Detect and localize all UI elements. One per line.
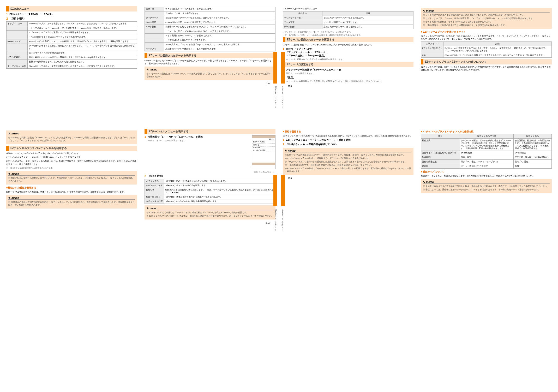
page-number: 156 xyxy=(283,85,414,87)
body-compat-1: 本製品（T002）はEZチャンネルプラスおよびEZチャンネルに対応しています。 xyxy=(6,152,137,155)
memo-title: memo xyxy=(8,197,135,200)
table-connect: 表示アイコン説明 Eアイコン付きサイトEメニューから直接アクセスできるサイトです… xyxy=(421,41,552,58)
body-ez-server: EZサーバへ登録したEZwebのブックマークやお気に入りデータを、一覧で表示でき… xyxy=(145,59,275,65)
step-1-text: EZwebメニュー（▶P.148）→「EZweb」 xyxy=(9,13,137,16)
memo-block: memo EZチャンネルの番組登録にはパケット通信料がかかります。登録後、最初の… xyxy=(283,148,414,175)
step-change-1: au one トップ（▶P.149） xyxy=(286,47,414,51)
step-disp-2: 「設定」 xyxy=(286,76,414,79)
section-heading-change: EZサーバに登録されたデータを変更する xyxy=(283,37,414,42)
step-view-1: 待受画面で「E」→ ◀▶ で「EZチャンネル」を選択 xyxy=(148,135,250,139)
step-view-2: （項目を選択） xyxy=(148,174,275,178)
memo-block-2: memo 番組の配信は深夜から早朝にかけて行われます。配信時刻に「EZチャンネル… xyxy=(6,171,137,185)
memo-block: memo 受信中に本体メモリの空き容量が不足した場合、番組の受信は中断されます。… xyxy=(421,179,552,193)
table-ezweb-menu-2: 履歴一覧過去に閲覧したページの履歴を一覧で表示します。 「30件」「60件」まで… xyxy=(145,7,275,51)
memo-title: memo xyxy=(147,207,273,210)
section-heading-ez-server: EZサーバに登録されたデータを表示する xyxy=(145,53,275,58)
step-number-1: 1 xyxy=(145,135,146,138)
step-ch-2: 「登録する」→ ◉ → 登録内容を確認して「OK」 xyxy=(286,143,414,146)
memo-block: memo サイト接続中にさまざまな確認画面が表示される場合があります。画面の指示… xyxy=(421,8,552,29)
step-disp-2-sub: EZサーバへの自動同期やデータ保存に関する設定を行います。詳しくは画面の指示に従… xyxy=(286,80,414,83)
intro: ・ EZサーバ上のデータ操作メニュー xyxy=(283,7,414,10)
page-155-left: EZwebメニュー 1 EZwebメニュー（▶P.148）→「EZweb」 2 … xyxy=(5,5,138,120)
memo-block: memo EZwebのご利用には別途「EZwebコース」へのご加入が必要です。E… xyxy=(6,130,137,144)
section-heading-diff: EZチャンネルプラスとEZチャンネルの違いについて xyxy=(421,59,552,64)
section-heading-compat: EZチャンネルプラス／EZチャンネルを利用する xyxy=(6,146,137,151)
page-156: EZweb/auワンマーケット ・ EZサーバ上のデータ操作メニュー 操作方法説… xyxy=(282,5,415,120)
memo-title: memo xyxy=(423,181,550,184)
step-number-1: 1 xyxy=(283,47,284,50)
page-157-left: memo EZwebのご利用には別途「EZwebコース」へのご加入が必要です。E… xyxy=(5,128,138,243)
thumb-tab: EZweb/auワンマーケット xyxy=(273,175,277,206)
memo-block: memo EZチャンネルのご利用には「EZチャンネル」対応の料金プランへのご加入… xyxy=(145,205,275,219)
body-compat-3: EZチャンネルでは、最大「EZチャンネル番組」を「3」番組まで登録でき、深夜から… xyxy=(6,160,137,165)
subhead-ch: 番組を登録する xyxy=(283,130,414,133)
thumb-tab: EZweb/auワンマーケット xyxy=(273,52,277,84)
page-158-right: EZチャンネルプラスとEZチャンネルの仕様比較 項目 EZチャンネルプラス EZ… xyxy=(420,128,553,243)
subhead-diff2: EZチャンネルプラスとEZチャンネルの仕様比較 xyxy=(421,130,552,133)
table-view: Myチャンネル（▶P.158）Myチャンネルに登録している番組一覧を表示します。… xyxy=(145,179,275,204)
step-number-2: 2 xyxy=(283,143,284,146)
page-number: 157 xyxy=(145,222,275,224)
body-connect: EZチャンネルプラスでは、以下のアイコンが表示されたサイトを利用できます。「E」… xyxy=(421,35,552,40)
thumb-tab: EZweb/auワンマーケット xyxy=(281,175,285,206)
body-ch: EZチャンネルガイドからEZチャンネルに配信される番組を選択し、Myチャンネルに… xyxy=(283,134,414,137)
step-number-2: 2 xyxy=(145,174,146,177)
memo-title: memo xyxy=(8,173,135,176)
subhead-deliver: 配信された番組を視聴する xyxy=(6,186,137,189)
page-number: 158 xyxy=(283,177,414,180)
screen-caption: 《EZチャンネルメニュー》 xyxy=(145,171,275,173)
body-size: 番組のデータサイズは、番組により異なります。大きな番組を受信する場合は、本体メモ… xyxy=(421,175,552,177)
table-diff: 項目 EZチャンネルプラス EZチャンネル 配信方式ダウンロード配信。端末が自動… xyxy=(421,134,552,169)
page-number: 155 xyxy=(145,82,275,85)
page-157-right: EZweb/auワンマーケット EZチャンネルメニューを表示する EZﾁｬﾝﾈﾙ… xyxy=(143,128,277,243)
note-compat: ※ 一部コンテンツは別途情報料が必要な場合があります。 xyxy=(6,167,137,169)
step-number-2: 2 xyxy=(6,17,8,20)
step-number-1: 1 xyxy=(283,138,284,141)
subhead-connect: EZチャンネルプラスで利用できるサイト xyxy=(421,30,552,34)
thumb-tab: EZweb/auワンマーケット xyxy=(281,52,285,84)
step-disp-1-sub: 設定メニューが表示されます。 xyxy=(286,72,414,75)
step-ch-1: EZチャンネルメニューで「チャンネルガイド」→ 番組を選択 xyxy=(286,138,414,142)
phone-screenshot: EZﾁｬﾝﾈﾙ 最新ｶﾞｲﾄﾞへ接続 お知らせ ﾁｬﾝﾈﾙｶﾞｲﾄﾞ EZﾁｬﾝ… xyxy=(252,135,275,169)
section-heading-ezweb-menu: EZwebメニュー xyxy=(6,6,137,11)
section-heading-view: EZチャンネルメニューを表示する xyxy=(145,129,275,134)
page-155-right: EZweb/auワンマーケット 履歴一覧過去に閲覧したページの履歴を一覧で表示し… xyxy=(143,5,277,120)
step-number-1: 1 xyxy=(6,13,8,16)
memo-title: memo xyxy=(147,68,273,71)
memo-title: memo xyxy=(285,149,412,152)
note-2: ・ データの更新には「EZサーバ」への接続が必要です。通信料が別途発生する場合が… xyxy=(283,34,414,37)
step-change-2: 「ブックマーク」→ ◉ →「EZサーバ」 xyxy=(286,51,414,54)
step-2-text: （項目を選択） xyxy=(9,17,137,20)
memo-title: memo xyxy=(423,9,550,13)
body-diff: EZチャンネルプラスは、EZチャンネルを拡張したCDMA 1X WIN専用のサー… xyxy=(421,66,552,71)
subhead-size: 番組サイズについて xyxy=(421,170,552,174)
step-disp-1: ブックマーク一覧画面で「EZサーバメニュー」→ ◉ xyxy=(286,68,414,72)
table-ops: 操作方法説明 ブックマーク一覧登録したブックマークの一覧を表示します。 データ更… xyxy=(283,11,414,29)
step-view-1-sub: EZチャンネルメニューが表示されます。 xyxy=(148,139,250,142)
body-change: EZサーバに登録されたブックマークやEZwebのお気に入りデータの名称を変更・削… xyxy=(283,43,414,46)
body-compat-2: EZチャンネルプラスでは、T002向けに最適化されたコンテンツを受信できます。 xyxy=(6,156,137,159)
memo-block: memo EZサーバへの登録には「EZwebコース」への加入が必要です。詳しくは… xyxy=(145,67,275,80)
step-change-3: →「データ編集」→「EZサーバ設定」 xyxy=(286,54,414,57)
body-deliver: EZチャンネルで配信された番組は、本体メモリに一時保存され、いつでも視聴できます… xyxy=(6,191,137,193)
note-1: ・ ブックマーク一覧では登録された「E」データを選択してページを表示できます。 xyxy=(283,31,414,33)
table-ezweb-menu: トップメニューEZwebのトップメニューを表示します。トップメニューでは、さまざ… xyxy=(6,21,137,69)
memo-block-3: memo 視聴済みの番組は次回配信時に自動的に「EZチャンネル」フォルダに移動さ… xyxy=(6,195,137,209)
section-heading-disp: EZサーバの設定をする xyxy=(283,62,414,67)
step-change-sub: EZサーバに登録されているデータの編集画面が表示されます。 xyxy=(286,58,414,61)
page-158-left: EZweb/auワンマーケット 番組を登録する EZチャンネルガイドからEZチャ… xyxy=(282,128,415,243)
memo-title: memo xyxy=(8,132,135,135)
page-156-right: memo サイト接続中にさまざまな確認画面が表示される場合があります。画面の指示… xyxy=(420,5,553,120)
